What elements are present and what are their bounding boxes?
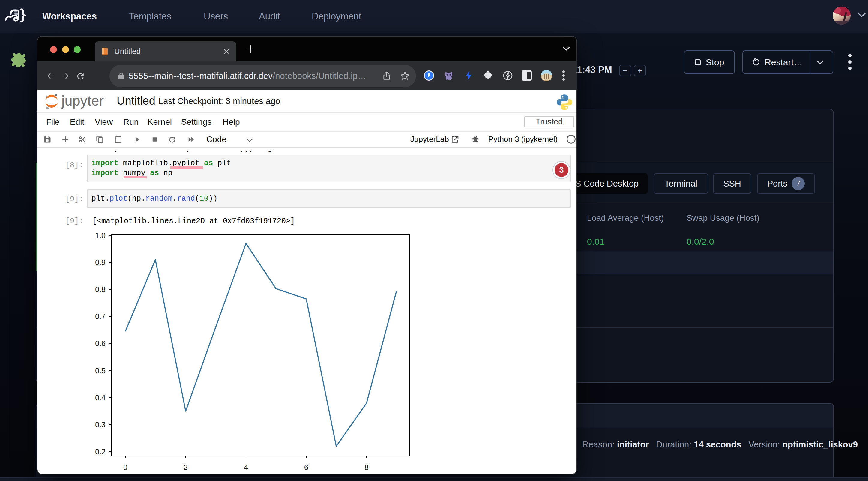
svg-text:0.9: 0.9 [95,258,105,266]
svg-text:0.5: 0.5 [95,366,105,375]
svg-text:0.2: 0.2 [95,447,105,456]
svg-text:2: 2 [184,463,188,472]
svg-text:0.4: 0.4 [95,393,105,402]
svg-text:0.7: 0.7 [95,312,105,321]
svg-text:0.8: 0.8 [95,285,105,294]
svg-text:8: 8 [364,463,369,472]
svg-text:0.6: 0.6 [95,339,105,348]
svg-text:1.0: 1.0 [95,231,105,239]
svg-text:0: 0 [123,463,127,472]
svg-text:0.3: 0.3 [95,420,105,429]
svg-text:6: 6 [304,463,308,472]
svg-text:4: 4 [244,463,248,472]
